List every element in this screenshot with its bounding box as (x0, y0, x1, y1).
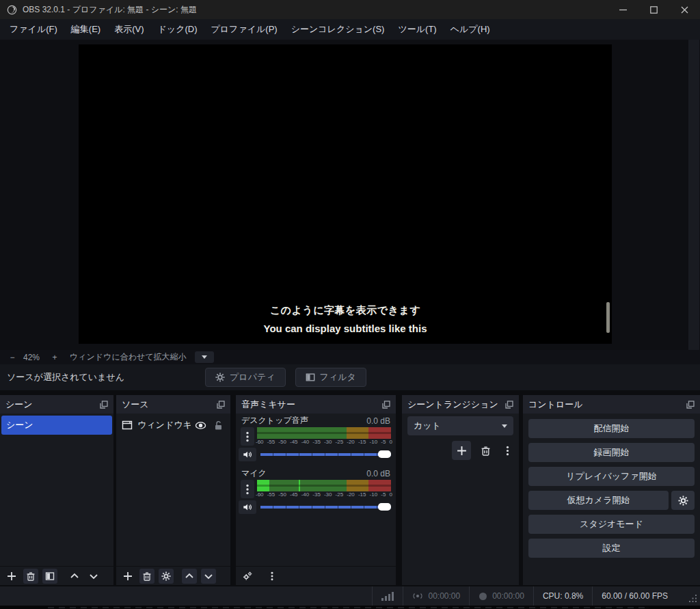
start-recording-button[interactable]: 録画開始 (528, 443, 695, 462)
meter-scale-label: -10 (370, 439, 378, 445)
speaker-icon (243, 502, 252, 512)
source-properties-button[interactable] (159, 569, 174, 584)
record-dot-icon (479, 592, 487, 601)
title-bar: OBS 32.0.1 - プロファイル: 無題 - シーン: 無題 (0, 0, 700, 19)
mixer-toolbar (236, 566, 396, 585)
studio-mode-button[interactable]: スタジオモード (528, 515, 695, 534)
gear-icon (161, 571, 171, 581)
virtual-camera-settings-button[interactable] (671, 491, 695, 510)
transition-properties-button[interactable] (500, 443, 515, 458)
channel-menu-button[interactable] (241, 427, 254, 446)
preview-area[interactable]: このように字幕を表示できます You can display subtitles… (0, 40, 700, 350)
chevron-down-icon (204, 571, 213, 581)
mute-button[interactable] (239, 448, 256, 461)
menu-profile[interactable]: プロファイル(P) (204, 19, 284, 40)
preview-vertical-scrollbar[interactable] (688, 40, 699, 350)
add-scene-button[interactable] (4, 569, 19, 584)
meter-scale-label: -40 (301, 491, 310, 498)
scene-filters-button[interactable] (42, 569, 57, 584)
visibility-eye-icon[interactable] (195, 420, 206, 431)
transition-select[interactable]: カット (407, 416, 513, 435)
source-list-item[interactable]: ウィンドウキャプチ (116, 416, 230, 435)
meter-scale-label: -50 (278, 439, 286, 445)
volume-meter (257, 480, 391, 491)
start-replay-buffer-button[interactable]: リプレイバッファ開始 (528, 467, 695, 486)
move-source-up-button[interactable] (182, 569, 197, 584)
settings-button[interactable]: 設定 (528, 539, 695, 558)
trash-icon (26, 571, 36, 581)
slider-handle[interactable] (378, 450, 391, 458)
channel-menu-button[interactable] (241, 480, 254, 498)
sources-dock-header[interactable]: ソース (116, 395, 230, 414)
mixer-channel-mic: マイク 0.0 dB -60-55-50-45-40-35-30-25-20-1… (236, 468, 396, 511)
menu-edit[interactable]: 編集(E) (64, 19, 107, 40)
obs-window: OBS 32.0.1 - プロファイル: 無題 - シーン: 無題 ファイル(F… (0, 0, 700, 609)
slider-handle[interactable] (378, 503, 391, 511)
menu-file[interactable]: ファイル(F) (3, 19, 64, 40)
filter-icon (45, 571, 55, 581)
scenes-dock-header[interactable]: シーン (0, 395, 113, 414)
scenes-dock: シーン シーン (0, 395, 113, 585)
popout-icon[interactable] (100, 401, 108, 409)
close-button[interactable] (669, 0, 700, 19)
menu-docks[interactable]: ドック(D) (151, 19, 204, 40)
menu-view[interactable]: 表示(V) (107, 19, 150, 40)
move-source-down-button[interactable] (201, 569, 216, 584)
volume-slider[interactable] (260, 504, 391, 510)
stream-timecode: 00:00:00 (428, 591, 460, 601)
volume-meter (257, 427, 391, 439)
menu-help[interactable]: ヘルプ(H) (444, 19, 497, 40)
zoom-dropdown-button[interactable] (195, 351, 214, 363)
advanced-audio-properties-button[interactable] (240, 569, 255, 584)
move-scene-up-button[interactable] (67, 569, 82, 584)
meter-scale-label: -35 (312, 439, 321, 445)
meter-scale-label: -10 (370, 491, 378, 498)
meter-scale-label: -30 (324, 491, 332, 498)
zoom-fit-label[interactable]: ウィンドウに合わせて拡大縮小 (70, 351, 187, 363)
source-context-bar: ソースが選択されていません プロパティ フィルタ (0, 364, 700, 390)
popout-icon[interactable] (382, 401, 390, 409)
slider-track[interactable] (260, 506, 391, 509)
add-source-button[interactable] (120, 569, 135, 584)
remove-transition-button[interactable] (478, 443, 493, 458)
preview-canvas[interactable]: このように字幕を表示できます You can display subtitles… (79, 44, 612, 344)
slider-track[interactable] (260, 453, 391, 456)
scene-list-item-selected[interactable]: シーン (1, 416, 112, 435)
controls-header[interactable]: コントロール (523, 395, 700, 414)
kebab-menu-icon (502, 446, 513, 456)
popout-icon[interactable] (505, 401, 513, 409)
menu-tools[interactable]: ツール(T) (391, 19, 443, 40)
remove-source-button[interactable] (139, 569, 154, 584)
maximize-button[interactable] (638, 0, 669, 19)
mute-button[interactable] (239, 500, 256, 514)
volume-slider[interactable] (260, 452, 391, 457)
zoom-out-button[interactable]: − (7, 353, 18, 362)
zoom-in-button[interactable]: + (49, 353, 60, 362)
scenes-dock-title: シーン (5, 398, 33, 411)
status-bar: 00:00:00 00:00:00 CPU: 0.8% 60.00 / 60.0… (0, 586, 700, 606)
start-virtual-camera-button[interactable]: 仮想カメラ開始 (528, 491, 669, 510)
meter-current-level (257, 480, 269, 491)
window-title: OBS 32.0.1 - プロファイル: 無題 - シーン: 無題 (23, 4, 197, 16)
broadcast-icon (412, 592, 423, 600)
filters-button[interactable]: フィルタ (295, 368, 366, 387)
meter-yellow-zone (347, 427, 369, 439)
remove-scene-button[interactable] (23, 569, 38, 584)
resize-grip[interactable] (677, 586, 700, 606)
menu-scene-collection[interactable]: シーンコレクション(S) (284, 19, 392, 40)
add-transition-button[interactable] (452, 441, 471, 460)
mixer-menu-button[interactable] (265, 569, 280, 584)
start-streaming-button[interactable]: 配信開始 (528, 419, 695, 438)
popout-icon[interactable] (217, 401, 225, 409)
minimize-button[interactable] (608, 0, 638, 19)
chevron-up-icon (185, 571, 194, 581)
move-scene-down-button[interactable] (86, 569, 101, 584)
gears-icon (243, 571, 252, 581)
properties-button[interactable]: プロパティ (205, 368, 286, 387)
meter-peak-indicator (299, 480, 300, 491)
transitions-header[interactable]: シーントランジション (402, 395, 519, 414)
gear-icon (678, 496, 688, 506)
audio-mixer-header[interactable]: 音声ミキサー (236, 395, 396, 414)
unlock-icon[interactable] (213, 420, 224, 431)
popout-icon[interactable] (686, 401, 695, 409)
